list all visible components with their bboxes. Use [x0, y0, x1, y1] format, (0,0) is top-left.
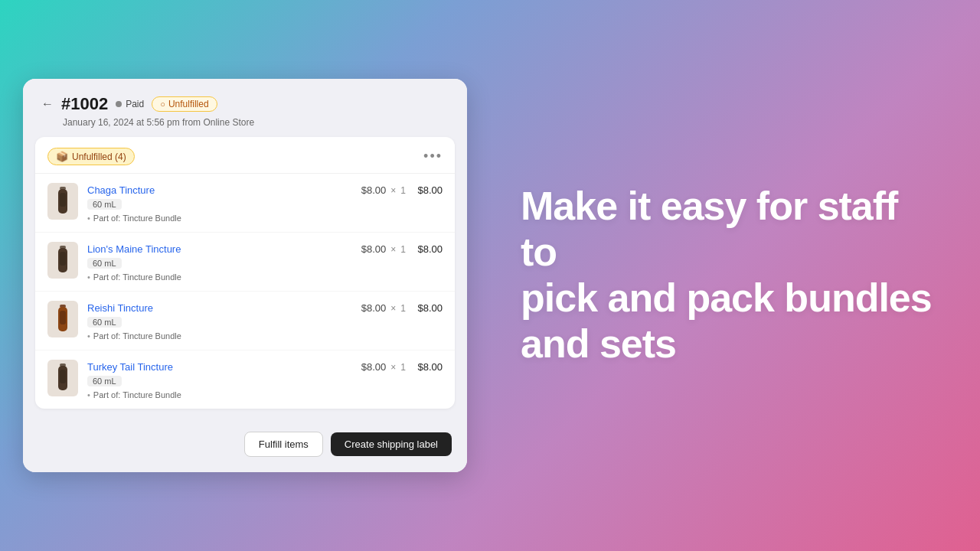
item-sep-chaga: × — [390, 185, 396, 196]
item-price-lions: $8.00 — [354, 243, 386, 255]
item-bundle-turkey: Part of: Tincture Bundle — [87, 390, 345, 399]
item-total-lions: $8.00 — [410, 243, 443, 255]
unfulfilled-header-label: Unfulfilled — [168, 99, 209, 109]
item-total-reishi: $8.00 — [410, 302, 443, 314]
item-sep-reishi: × — [390, 303, 396, 314]
item-image-turkey — [47, 360, 78, 396]
item-bundle-chaga: Part of: Tincture Bundle — [87, 214, 345, 223]
item-sep-turkey: × — [390, 362, 396, 373]
item-variant-lions: 60 mL — [87, 258, 122, 269]
paid-badge: Paid — [116, 99, 144, 109]
item-total-chaga: $8.00 — [410, 184, 443, 196]
paid-dot-icon — [116, 101, 122, 107]
item-name-turkey[interactable]: Turkey Tail Tincture — [87, 361, 173, 373]
svg-rect-5 — [60, 252, 66, 266]
badge-box-icon: 📦 — [56, 151, 68, 162]
item-name-chaga[interactable]: Chaga Tincture — [87, 184, 155, 196]
item-variant-turkey: 60 mL — [87, 376, 122, 386]
item-name-lions[interactable]: Lion's Maine Tincture — [87, 243, 181, 255]
item-image-chaga — [47, 183, 78, 220]
item-qty-lions: 1 — [400, 244, 406, 255]
item-total-turkey: $8.00 — [410, 361, 443, 373]
item-qty-chaga: 1 — [400, 185, 406, 196]
tagline: Make it easy for staff to pick and pack … — [521, 184, 934, 367]
item-details-turkey: Turkey Tail Tincture 60 mL Part of: Tinc… — [87, 360, 345, 399]
line-item: Turkey Tail Tincture 60 mL Part of: Tinc… — [35, 350, 455, 409]
item-variant-reishi: 60 mL — [87, 317, 122, 328]
unfulfilled-count-badge: 📦 Unfulfilled (4) — [47, 148, 135, 165]
item-pricing-lions: $8.00 × 1 $8.00 — [354, 242, 443, 255]
item-pricing-chaga: $8.00 × 1 $8.00 — [354, 183, 443, 196]
item-image-lions — [47, 242, 78, 279]
item-details-chaga: Chaga Tincture 60 mL Part of: Tincture B… — [87, 183, 345, 223]
item-qty-reishi: 1 — [400, 303, 406, 314]
tagline-line2: pick and pack bundles — [521, 276, 934, 321]
item-pricing-reishi: $8.00 × 1 $8.00 — [354, 301, 443, 314]
svg-rect-8 — [60, 311, 66, 324]
more-options-icon[interactable]: ••• — [423, 148, 443, 165]
item-price-reishi: $8.00 — [354, 302, 386, 314]
create-shipping-label-button[interactable]: Create shipping label — [331, 432, 452, 456]
paid-label: Paid — [126, 99, 144, 109]
svg-rect-11 — [60, 370, 66, 383]
line-item: Chaga Tincture 60 mL Part of: Tincture B… — [35, 174, 455, 233]
unfulfilled-count-label: Unfulfilled (4) — [72, 152, 126, 162]
item-price-turkey: $8.00 — [354, 361, 386, 373]
item-details-reishi: Reishi Tincture 60 mL Part of: Tincture … — [87, 301, 345, 341]
item-name-reishi[interactable]: Reishi Tincture — [87, 302, 153, 314]
order-date: January 16, 2024 at 5:56 pm from Online … — [63, 117, 449, 128]
line-item: Lion's Maine Tincture 60 mL Part of: Tin… — [35, 233, 455, 292]
svg-rect-2 — [60, 193, 66, 207]
unfulfilled-circle-icon: ○ — [160, 99, 165, 109]
item-bundle-lions: Part of: Tincture Bundle — [87, 272, 345, 282]
fulfillment-header: 📦 Unfulfilled (4) ••• — [35, 137, 455, 174]
item-details-lions: Lion's Maine Tincture 60 mL Part of: Tin… — [87, 242, 345, 282]
tagline-line1: Make it easy for staff to — [521, 184, 934, 276]
item-qty-turkey: 1 — [400, 362, 406, 373]
item-sep-lions: × — [390, 244, 396, 255]
order-title-row: ← #1002 Paid ○ Unfulfilled — [41, 94, 449, 114]
item-image-reishi — [47, 301, 78, 337]
order-header: ← #1002 Paid ○ Unfulfilled January 16, 2… — [23, 79, 467, 137]
item-variant-chaga: 60 mL — [87, 199, 122, 210]
item-pricing-turkey: $8.00 × 1 $8.00 — [354, 360, 443, 373]
card-footer: Fulfill items Create shipping label — [23, 421, 467, 472]
line-item: Reishi Tincture 60 mL Part of: Tincture … — [35, 292, 455, 350]
item-price-chaga: $8.00 — [354, 184, 386, 196]
unfulfilled-header-badge: ○ Unfulfilled — [152, 96, 217, 112]
left-panel: ← #1002 Paid ○ Unfulfilled January 16, 2… — [0, 0, 490, 551]
fulfillment-card: 📦 Unfulfilled (4) ••• Chaga Tincture — [35, 137, 455, 409]
back-arrow-icon[interactable]: ← — [41, 97, 54, 111]
right-panel: Make it easy for staff to pick and pack … — [490, 138, 980, 412]
order-card: ← #1002 Paid ○ Unfulfilled January 16, 2… — [23, 79, 467, 472]
tagline-line3: and sets — [521, 321, 934, 367]
item-bundle-reishi: Part of: Tincture Bundle — [87, 331, 345, 341]
order-number: #1002 — [61, 94, 108, 114]
fulfill-items-button[interactable]: Fulfill items — [244, 432, 323, 457]
